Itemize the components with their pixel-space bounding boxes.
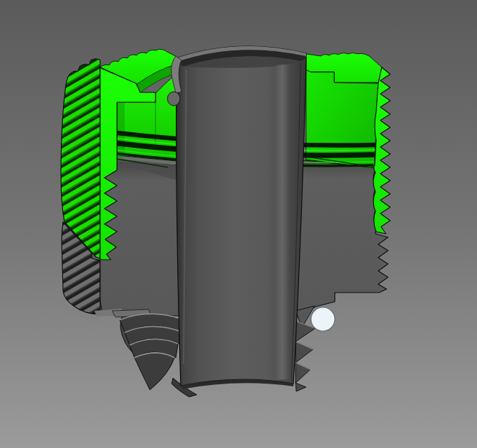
tube-highlight <box>275 64 290 379</box>
section-view-canvas[interactable] <box>0 0 477 448</box>
cad-viewport[interactable] <box>0 0 477 448</box>
o-ring-right[interactable] <box>311 307 335 331</box>
tube-ring-bump <box>167 92 180 106</box>
center-tube-part[interactable] <box>167 46 306 397</box>
